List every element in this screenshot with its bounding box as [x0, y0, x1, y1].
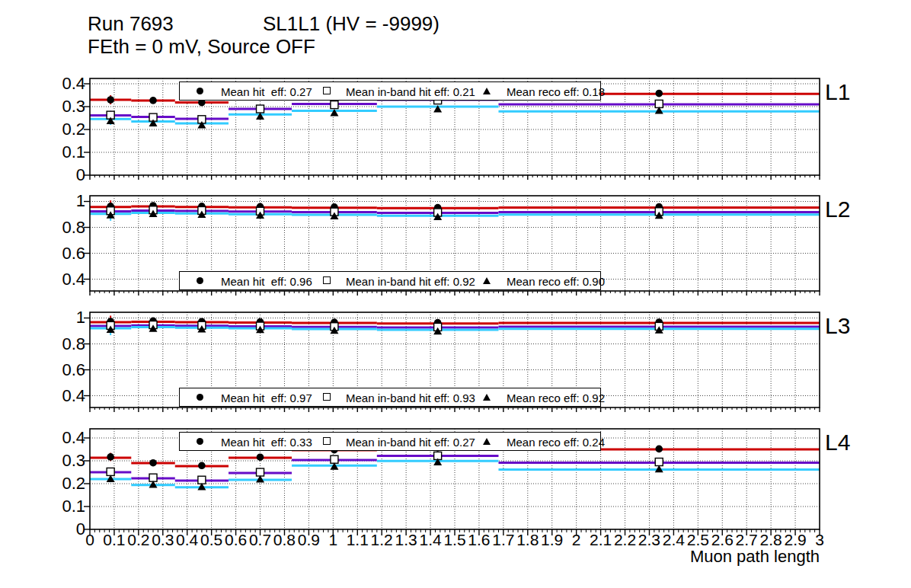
- x-tick-label: 3: [802, 532, 837, 548]
- triangle-marker-icon: [483, 394, 491, 401]
- legend-label-hit: Mean hit eff: 0.27: [221, 85, 312, 97]
- y-tick-label-L4: 0.2: [38, 475, 85, 492]
- legend-L4: Mean hit eff: 0.33 Mean in-band hit eff:…: [179, 432, 601, 451]
- y-tick-label-L4: 0.4: [38, 430, 85, 446]
- y-tick-label-L2: 1: [38, 193, 85, 209]
- legend-L1: Mean hit eff: 0.27 Mean in-band hit eff:…: [179, 81, 601, 101]
- legend-label-reco: Mean reco eff: 0.18: [507, 85, 605, 97]
- circle-marker-icon: [197, 277, 203, 284]
- y-tick-label-L2: 0.8: [38, 219, 85, 236]
- circle-marker-icon: [197, 88, 203, 94]
- y-tick-label-L1: 0.4: [38, 75, 85, 92]
- legend-label-inband: Mean in-band hit eff: 0.21: [346, 85, 475, 97]
- legend-label-reco: Mean reco eff: 0.90: [507, 274, 605, 287]
- y-tick-label-L2: 0.4: [38, 271, 85, 288]
- square-marker-icon: [323, 276, 331, 284]
- circle-marker-icon: [197, 438, 203, 445]
- y-tick-label-L4: 0.1: [38, 498, 85, 515]
- y-tick-label-L1: 0: [38, 167, 85, 184]
- x-axis-title: Muon path length: [690, 548, 820, 566]
- legend-label-hit: Mean hit eff: 0.33: [221, 435, 312, 448]
- panel-label-L3: L3: [825, 314, 850, 338]
- legend-L3: Mean hit eff: 0.97 Mean in-band hit eff:…: [179, 388, 601, 407]
- legend-label-hit: Mean hit eff: 0.97: [221, 391, 312, 404]
- y-tick-label-L1: 0.3: [38, 98, 85, 115]
- panel-label-L2: L2: [825, 197, 850, 222]
- y-tick-label-L3: 0.8: [38, 336, 85, 353]
- y-tick-label-L4: 0.3: [38, 452, 85, 469]
- legend-label-reco: Mean reco eff: 0.92: [507, 391, 605, 404]
- y-tick-label-L1: 0.2: [38, 121, 85, 138]
- y-tick-label-L2: 0.6: [38, 245, 85, 262]
- y-tick-label-L3: 0.6: [38, 362, 85, 379]
- title-subtitle: FEth = 0 mV, Source OFF: [88, 35, 315, 58]
- legend-label-inband: Mean in-band hit eff: 0.93: [346, 391, 475, 404]
- efficiency-canvas: Run 7693 SL1L1 (HV = -9999) FEth = 0 mV,…: [0, 0, 911, 588]
- y-tick-label-L3: 0.4: [38, 388, 85, 404]
- title-chamber: SL1L1 (HV = -9999): [263, 12, 440, 35]
- circle-marker-icon: [197, 394, 203, 401]
- panel-label-L1: L1: [825, 80, 850, 104]
- square-marker-icon: [323, 437, 331, 445]
- legend-label-inband: Mean in-band hit eff: 0.27: [346, 435, 475, 448]
- legend-label-inband: Mean in-band hit eff: 0.92: [346, 274, 475, 287]
- triangle-marker-icon: [483, 88, 491, 94]
- legend-L2: Mean hit eff: 0.96 Mean in-band hit eff:…: [179, 271, 601, 290]
- triangle-marker-icon: [483, 277, 491, 284]
- square-marker-icon: [323, 393, 331, 401]
- legend-label-reco: Mean reco eff: 0.24: [507, 435, 605, 448]
- panel-label-L4: L4: [825, 430, 850, 455]
- title-run: Run 7693: [88, 12, 174, 35]
- triangle-marker-icon: [483, 438, 491, 445]
- legend-label-hit: Mean hit eff: 0.96: [221, 274, 312, 287]
- y-tick-label-L1: 0.1: [38, 144, 85, 161]
- square-marker-icon: [323, 87, 331, 94]
- y-tick-label-L3: 1: [38, 309, 85, 326]
